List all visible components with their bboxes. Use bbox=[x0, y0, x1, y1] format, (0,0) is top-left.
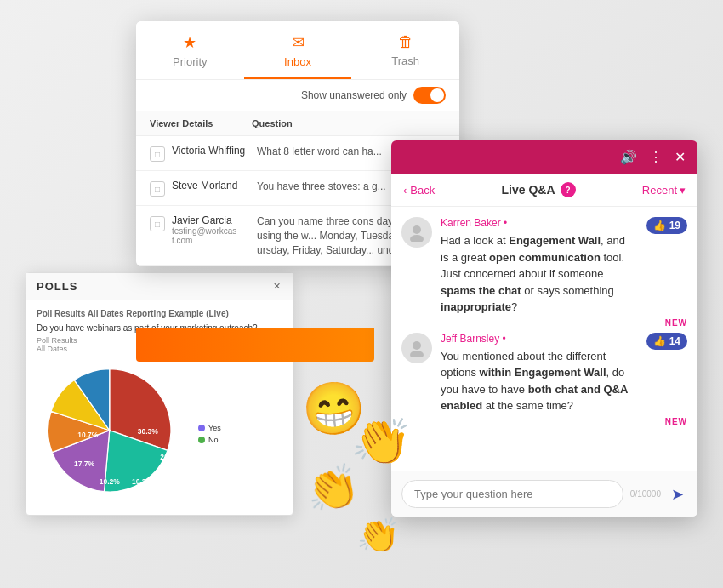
qa-message: Jeff Barnsley • You mentioned about the … bbox=[401, 333, 687, 414]
envelope-icon: ✉ bbox=[292, 33, 305, 52]
svg-point-8 bbox=[413, 341, 421, 350]
char-count: 0/10000 bbox=[630, 489, 661, 499]
message-content: Jeff Barnsley • You mentioned about the … bbox=[441, 333, 628, 414]
svg-point-7 bbox=[410, 235, 424, 242]
recent-label: Recent bbox=[642, 184, 677, 197]
svg-text:10.2%: 10.2% bbox=[100, 478, 121, 487]
message-author: Karren Baker • bbox=[441, 217, 628, 229]
like-badge[interactable]: 👍 19 bbox=[646, 217, 687, 234]
clapping-emoji-3: 👏 bbox=[356, 513, 401, 557]
more-icon[interactable]: ⋮ bbox=[649, 149, 663, 165]
send-button[interactable]: ➤ bbox=[668, 484, 687, 504]
polls-controls: — ✕ bbox=[252, 281, 282, 292]
back-label: Back bbox=[410, 184, 435, 197]
clapping-emoji-2: 👏 bbox=[303, 460, 362, 517]
polls-minimize-button[interactable]: — bbox=[252, 281, 265, 292]
chat-icon: □ bbox=[150, 181, 165, 197]
chat-icon: □ bbox=[150, 146, 165, 162]
svg-text:21%: 21% bbox=[160, 453, 174, 461]
question-input[interactable] bbox=[401, 480, 623, 508]
like-count: 19 bbox=[669, 220, 680, 231]
polls-subtitle: Poll Results All Dates Reporting Example… bbox=[37, 309, 282, 318]
chevron-down-icon: ▾ bbox=[680, 184, 686, 197]
star-icon: ★ bbox=[183, 33, 196, 52]
unanswered-toggle[interactable] bbox=[413, 87, 446, 104]
polls-close-button[interactable]: ✕ bbox=[271, 281, 282, 292]
question-text: You have three stoves: a g... bbox=[257, 180, 386, 194]
svg-point-9 bbox=[410, 351, 424, 357]
svg-point-6 bbox=[413, 225, 421, 234]
toggle-label: Show unanswered only bbox=[301, 89, 407, 101]
recent-button[interactable]: Recent ▾ bbox=[642, 184, 686, 197]
col-viewer-header: Viewer Details bbox=[150, 118, 252, 128]
thumbs-up-icon: 👍 bbox=[653, 220, 666, 231]
qa-message: Karren Baker • Had a look at Engagement … bbox=[401, 217, 687, 316]
polls-header: POLLS — ✕ bbox=[26, 273, 293, 300]
polls-panel: POLLS — ✕ Poll Results All Dates Reporti… bbox=[26, 272, 293, 516]
svg-text:30.3%: 30.3% bbox=[138, 427, 159, 436]
viewer-name: Javier Garcia bbox=[172, 214, 257, 226]
thumbs-up-icon: 👍 bbox=[653, 335, 666, 347]
back-button[interactable]: ‹ Back bbox=[403, 184, 435, 197]
tab-inbox[interactable]: ✉ Inbox bbox=[244, 21, 352, 79]
chart-container: 30.3% 21% 17.7% 10.7% 10.2% 10.2% Yes No bbox=[37, 362, 282, 506]
send-icon: ➤ bbox=[671, 486, 684, 503]
viewer-name: Victoria Whiffing bbox=[172, 145, 257, 157]
like-count: 14 bbox=[669, 335, 680, 347]
legend-dot-no bbox=[198, 437, 205, 443]
chat-icon: □ bbox=[150, 216, 165, 231]
viewer-name: Steve Morland bbox=[172, 180, 257, 191]
pie-chart: 30.3% 21% 17.7% 10.7% 10.2% 10.2% bbox=[37, 362, 190, 506]
chart-legend: Yes No bbox=[198, 424, 221, 444]
inbox-table-header: Viewer Details Question bbox=[136, 111, 459, 136]
svg-text:10.2%: 10.2% bbox=[132, 478, 153, 487]
qa-title: Live Q&A ? bbox=[441, 182, 635, 197]
tab-priority-label: Priority bbox=[173, 55, 207, 68]
back-chevron-icon: ‹ bbox=[403, 184, 407, 197]
qa-badge: ? bbox=[561, 182, 576, 197]
new-badge: NEW bbox=[665, 417, 687, 426]
tab-priority[interactable]: ★ Priority bbox=[136, 21, 244, 79]
question-text: What 8 letter word can ha... bbox=[257, 145, 382, 159]
avatar bbox=[401, 217, 432, 248]
qa-input-row: 0/10000 ➤ bbox=[391, 471, 697, 517]
legend-item-no: No bbox=[198, 436, 221, 444]
inbox-toggle-row: Show unanswered only bbox=[136, 80, 459, 111]
polls-title: POLLS bbox=[37, 280, 77, 293]
qa-top-bar: 🔊 ⋮ ✕ bbox=[391, 140, 697, 174]
avatar bbox=[401, 333, 432, 363]
col-question-header: Question bbox=[252, 118, 293, 128]
svg-text:10.7%: 10.7% bbox=[77, 431, 99, 439]
qa-panel: 🔊 ⋮ ✕ ‹ Back Live Q&A ? Recent ▾ Karren … bbox=[391, 140, 697, 517]
inbox-tabs: ★ Priority ✉ Inbox 🗑 Trash bbox=[136, 21, 459, 80]
trash-icon: 🗑 bbox=[398, 33, 413, 51]
svg-text:17.7%: 17.7% bbox=[74, 460, 95, 468]
legend-label-no: No bbox=[208, 436, 219, 444]
tab-inbox-label: Inbox bbox=[284, 55, 311, 68]
close-icon[interactable]: ✕ bbox=[675, 149, 686, 165]
clapping-emoji-1: 👏 bbox=[349, 408, 416, 473]
message-author: Jeff Barnsley • bbox=[441, 333, 628, 345]
tab-trash[interactable]: 🗑 Trash bbox=[351, 21, 459, 79]
qa-nav-bar: ‹ Back Live Q&A ? Recent ▾ bbox=[391, 174, 697, 207]
legend-item-yes: Yes bbox=[198, 424, 221, 432]
volume-icon[interactable]: 🔊 bbox=[620, 149, 637, 165]
legend-dot-yes bbox=[198, 425, 205, 431]
like-badge[interactable]: 👍 14 bbox=[646, 333, 687, 350]
qa-messages[interactable]: Karren Baker • Had a look at Engagement … bbox=[391, 207, 697, 471]
new-badge: NEW bbox=[665, 318, 687, 328]
message-content: Karren Baker • Had a look at Engagement … bbox=[441, 217, 628, 316]
message-text: You mentioned about the different option… bbox=[441, 348, 628, 414]
legend-label-yes: Yes bbox=[208, 424, 221, 432]
tab-trash-label: Trash bbox=[391, 54, 419, 67]
viewer-email: testing@workcas t.com bbox=[172, 226, 257, 245]
orange-bar bbox=[136, 328, 374, 362]
message-text: Had a look at Engagement Wall, and is a … bbox=[441, 232, 628, 316]
